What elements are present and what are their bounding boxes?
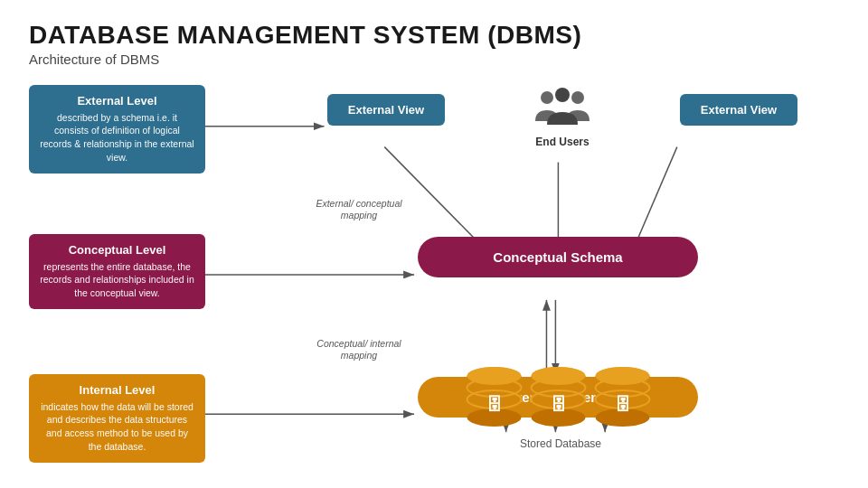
external-view-left: External View <box>327 94 445 126</box>
conceptual-level-title: Conceptual Level <box>40 243 194 257</box>
external-level-desc: described by a schema i.e. it consists o… <box>40 111 194 164</box>
conceptual-level-box: Conceptual Level represents the entire d… <box>29 234 205 309</box>
end-users-label: End Users <box>517 136 608 148</box>
page: DATABASE MANAGEMENT SYSTEM (DBMS) Archit… <box>0 0 868 488</box>
end-users-area: End Users <box>517 85 608 148</box>
svg-point-19 <box>467 367 522 385</box>
diagram-area: External Level described by a schema i.e… <box>29 76 839 465</box>
db-cylinder-1: 🗄 <box>465 365 524 428</box>
svg-point-13 <box>541 91 553 104</box>
conceptual-schema: Conceptual Schema <box>418 237 698 277</box>
internal-level-desc: indicates how the data will be stored an… <box>40 400 194 454</box>
svg-point-15 <box>555 88 570 102</box>
ext-conceptual-mapping: External/ conceptual mapping <box>309 198 409 222</box>
svg-point-33 <box>596 367 650 385</box>
external-level-title: External Level <box>40 94 194 108</box>
end-users-icon <box>531 85 594 130</box>
db-cylinder-2: 🗄 <box>529 365 588 428</box>
conceptual-internal-mapping: Conceptual/ internal mapping <box>309 338 409 362</box>
internal-level-title: Internal Level <box>40 383 194 397</box>
external-view-right: External View <box>680 94 797 126</box>
svg-point-26 <box>532 367 586 385</box>
main-title: DATABASE MANAGEMENT SYSTEM (DBMS) <box>29 22 839 50</box>
external-level-box: External Level described by a schema i.e… <box>29 85 205 174</box>
db-cylinder-3: 🗄 <box>593 365 652 428</box>
svg-text:🗄: 🗄 <box>551 395 567 414</box>
internal-level-box: Internal Level indicates how the data wi… <box>29 374 205 463</box>
stored-db-label: Stored Database <box>470 437 651 450</box>
svg-text:🗄: 🗄 <box>486 395 503 414</box>
svg-point-14 <box>571 91 584 104</box>
subtitle: Architecture of DBMS <box>29 52 839 67</box>
conceptual-level-desc: represents the entire database, the reco… <box>40 260 194 300</box>
svg-text:🗄: 🗄 <box>615 395 631 414</box>
